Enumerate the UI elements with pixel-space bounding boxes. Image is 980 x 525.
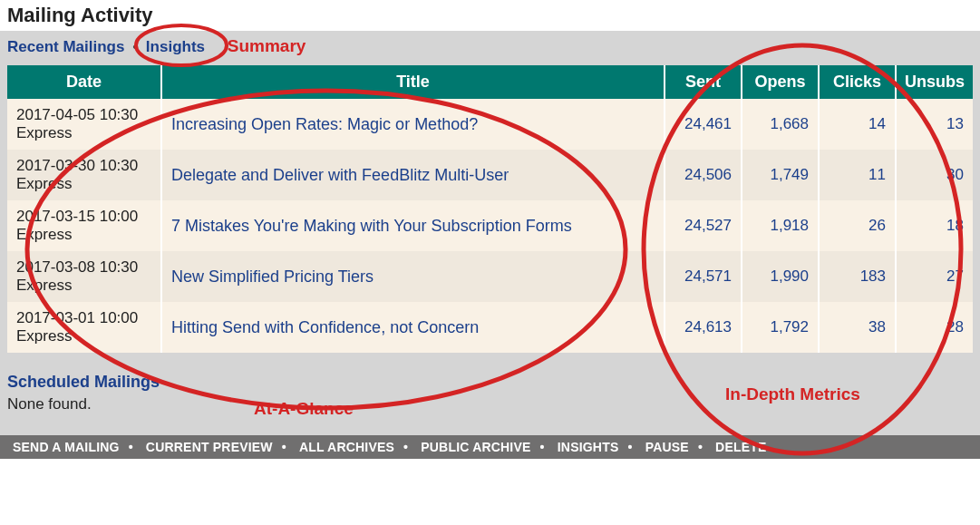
footer-public-archive[interactable]: PUBLIC ARCHIVE	[421, 440, 530, 454]
cell-unsubs: 27	[896, 251, 973, 302]
cell-title: New Simplified Pricing Tiers	[161, 251, 665, 302]
cell-opens: 1,668	[742, 99, 819, 150]
cell-unsubs: 18	[896, 200, 973, 251]
footer-delete[interactable]: DELETE	[715, 440, 766, 454]
cell-clicks: 14	[819, 99, 896, 150]
cell-opens: 1,749	[742, 150, 819, 200]
mailing-title-link[interactable]: New Simplified Pricing Tiers	[171, 267, 374, 286]
cell-opens: 1,990	[742, 251, 819, 302]
mailing-title-link[interactable]: Hitting Send with Confidence, not Concer…	[171, 318, 479, 336]
scheduled-heading: Scheduled Mailings	[7, 373, 973, 392]
cell-title: Increasing Open Rates: Magic or Method?	[161, 99, 665, 150]
cell-sent: 24,613	[665, 302, 742, 353]
mailing-title-link[interactable]: 7 Mistakes You're Making with Your Subsc…	[171, 217, 572, 235]
method-value: Express	[16, 226, 151, 244]
col-clicks: Clicks	[819, 65, 896, 99]
cell-title: 7 Mistakes You're Making with Your Subsc…	[161, 200, 665, 251]
method-value: Express	[16, 277, 151, 295]
page-title: Mailing Activity	[0, 0, 980, 31]
col-date: Date	[7, 65, 161, 99]
method-value: Express	[16, 124, 151, 142]
col-sent: Sent	[665, 65, 742, 99]
footer-insights[interactable]: INSIGHTS	[558, 440, 619, 454]
cell-opens: 1,918	[742, 200, 819, 251]
date-value: 2017-03-15 10:00	[16, 208, 151, 226]
footer-pause[interactable]: PAUSE	[645, 440, 689, 454]
col-opens: Opens	[742, 65, 819, 99]
footer-all-archives[interactable]: ALL ARCHIVES	[299, 440, 394, 454]
mailing-title-link[interactable]: Delegate and Deliver with FeedBlitz Mult…	[171, 166, 509, 184]
cell-clicks: 38	[819, 302, 896, 353]
annotation-summary: Summary	[228, 36, 306, 55]
cell-unsubs: 28	[896, 302, 973, 353]
date-value: 2017-04-05 10:30	[16, 106, 151, 124]
cell-unsubs: 30	[896, 150, 973, 200]
col-title: Title	[161, 65, 665, 99]
date-value: 2017-03-30 10:30	[16, 157, 151, 175]
footer-current-preview[interactable]: CURRENT PREVIEW	[146, 440, 273, 454]
cell-opens: 1,792	[742, 302, 819, 353]
cell-sent: 24,527	[665, 200, 742, 251]
cell-clicks: 11	[819, 150, 896, 200]
table-row: 2017-03-15 10:00Express7 Mistakes You're…	[7, 200, 973, 251]
scheduled-none: None found.	[7, 395, 973, 413]
footer-actions: SEND A MAILING• CURRENT PREVIEW• ALL ARC…	[0, 435, 980, 459]
tab-recent-mailings[interactable]: Recent Mailings	[7, 38, 124, 55]
cell-date: 2017-03-08 10:30Express	[7, 251, 161, 302]
cell-date: 2017-03-01 10:00Express	[7, 302, 161, 353]
method-value: Express	[16, 327, 151, 345]
mailings-table: Date Title Sent Opens Clicks Unsubs 2017…	[7, 65, 973, 353]
cell-date: 2017-03-30 10:30Express	[7, 150, 161, 200]
table-row: 2017-03-01 10:00ExpressHitting Send with…	[7, 302, 973, 353]
cell-date: 2017-04-05 10:30Express	[7, 99, 161, 150]
table-row: 2017-04-05 10:30ExpressIncreasing Open R…	[7, 99, 973, 150]
footer-send-mailing[interactable]: SEND A MAILING	[13, 440, 120, 454]
cell-sent: 24,571	[665, 251, 742, 302]
mailing-title-link[interactable]: Increasing Open Rates: Magic or Method?	[171, 115, 478, 133]
table-row: 2017-03-08 10:30ExpressNew Simplified Pr…	[7, 251, 973, 302]
date-value: 2017-03-01 10:00	[16, 309, 151, 327]
method-value: Express	[16, 175, 151, 193]
tabs-bar: Recent Mailings • Insights Summary	[0, 31, 980, 65]
cell-date: 2017-03-15 10:00Express	[7, 200, 161, 251]
cell-clicks: 26	[819, 200, 896, 251]
cell-sent: 24,506	[665, 150, 742, 200]
cell-sent: 24,461	[665, 99, 742, 150]
cell-title: Hitting Send with Confidence, not Concer…	[161, 302, 665, 353]
tab-insights[interactable]: Insights	[146, 38, 205, 55]
scheduled-section: Scheduled Mailings None found.	[0, 358, 980, 435]
cell-clicks: 183	[819, 251, 896, 302]
cell-unsubs: 13	[896, 99, 973, 150]
table-header-row: Date Title Sent Opens Clicks Unsubs	[7, 65, 973, 99]
table-row: 2017-03-30 10:30ExpressDelegate and Deli…	[7, 150, 973, 200]
tab-separator: •	[132, 38, 138, 55]
cell-title: Delegate and Deliver with FeedBlitz Mult…	[161, 150, 665, 200]
date-value: 2017-03-08 10:30	[16, 258, 151, 277]
col-unsubs: Unsubs	[896, 65, 973, 99]
